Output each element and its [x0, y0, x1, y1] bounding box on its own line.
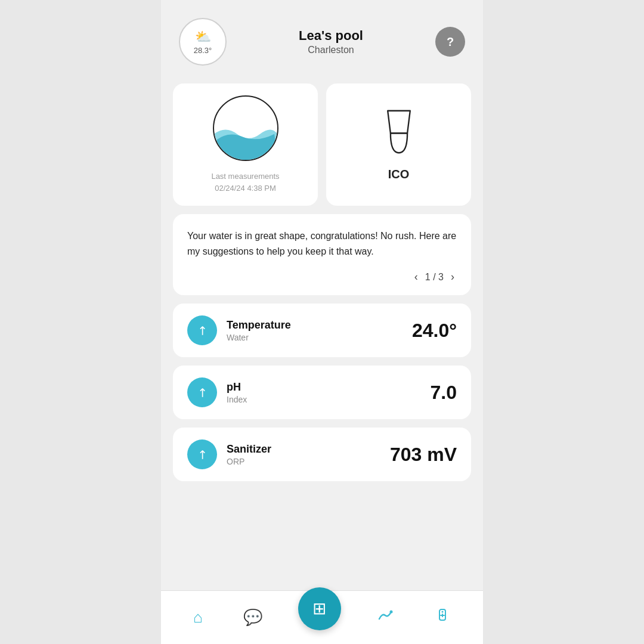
- stats-nav-button[interactable]: [372, 602, 398, 633]
- temperature-label: Temperature: [227, 319, 291, 332]
- temperature-icon-circle: ↗: [187, 315, 217, 345]
- header: ⛅ 28.3° Lea's pool Charleston ?: [161, 0, 483, 78]
- pagination-label: 1 / 3: [425, 272, 444, 283]
- suggestion-card: Your water is in great shape, congratula…: [173, 214, 471, 295]
- scan-nav-button[interactable]: ⊞: [298, 587, 341, 630]
- sanitizer-card[interactable]: ↗ Sanitizer ORP 703 mV: [173, 428, 471, 481]
- sanitizer-left: ↗ Sanitizer ORP: [187, 439, 271, 469]
- help-icon: ?: [447, 35, 454, 49]
- ph-label: pH: [227, 381, 247, 394]
- temperature-info: Temperature Water: [227, 319, 291, 342]
- weather-badge: ⛅ 28.3°: [179, 18, 227, 66]
- help-button[interactable]: ?: [435, 27, 465, 57]
- prev-page-button[interactable]: ‹: [412, 268, 420, 286]
- ph-value: 7.0: [431, 382, 457, 404]
- ph-arrow-icon: ↗: [194, 384, 211, 401]
- bottom-nav: ⌂ 💬 ⊞: [161, 590, 483, 644]
- phone-frame: ⛅ 28.3° Lea's pool Charleston ?: [161, 0, 483, 644]
- scan-icon: ⊞: [312, 599, 326, 618]
- pool-location: Charleston: [227, 45, 435, 55]
- sanitizer-info: Sanitizer ORP: [227, 443, 271, 466]
- ph-subtitle: Index: [227, 395, 247, 404]
- svg-point-4: [441, 611, 443, 613]
- sanitizer-arrow-icon: ↗: [194, 446, 211, 463]
- suggestion-text: Your water is in great shape, congratula…: [187, 228, 457, 259]
- ph-icon-circle: ↗: [187, 377, 217, 407]
- ph-card[interactable]: ↗ pH Index 7.0: [173, 366, 471, 419]
- pagination: ‹ 1 / 3 ›: [187, 268, 457, 286]
- chat-icon: 💬: [243, 608, 262, 627]
- pool-icon: [213, 95, 278, 161]
- next-page-button[interactable]: ›: [448, 268, 457, 286]
- temperature-subtitle: Water: [227, 333, 291, 342]
- weather-temp: 28.3°: [194, 46, 212, 55]
- ph-left: ↗ pH Index: [187, 377, 247, 407]
- ph-info: pH Index: [227, 381, 247, 404]
- ico-card[interactable]: ICO: [326, 83, 471, 206]
- main-content: Last measurements 02/24/24 4:38 PM: [161, 78, 483, 590]
- weather-icon: ⛅: [195, 29, 211, 45]
- ico-label: ICO: [388, 168, 410, 181]
- measurement-subtitle: Last measurements 02/24/24 4:38 PM: [211, 171, 279, 194]
- ico-vessel-icon: [378, 108, 420, 158]
- sanitizer-value: 703 mV: [390, 444, 457, 466]
- remote-nav-button[interactable]: [429, 602, 456, 633]
- temperature-card[interactable]: ↗ Temperature Water 24.0°: [173, 304, 471, 357]
- header-title: Lea's pool Charleston: [227, 28, 435, 55]
- sanitizer-icon-circle: ↗: [187, 439, 217, 469]
- remote-icon: [434, 607, 451, 628]
- pool-name: Lea's pool: [227, 28, 435, 44]
- measurement-card[interactable]: Last measurements 02/24/24 4:38 PM: [173, 83, 318, 206]
- stats-icon: [377, 607, 394, 628]
- svg-point-2: [389, 611, 392, 614]
- sanitizer-subtitle: ORP: [227, 457, 271, 466]
- temperature-arrow-icon: ↗: [194, 322, 211, 339]
- chat-nav-button[interactable]: 💬: [239, 603, 267, 631]
- temperature-left: ↗ Temperature Water: [187, 315, 291, 345]
- temperature-value: 24.0°: [412, 320, 457, 342]
- top-cards-row: Last measurements 02/24/24 4:38 PM: [173, 83, 471, 206]
- home-nav-button[interactable]: ⌂: [188, 603, 208, 631]
- home-icon: ⌂: [193, 608, 203, 627]
- sanitizer-label: Sanitizer: [227, 443, 271, 456]
